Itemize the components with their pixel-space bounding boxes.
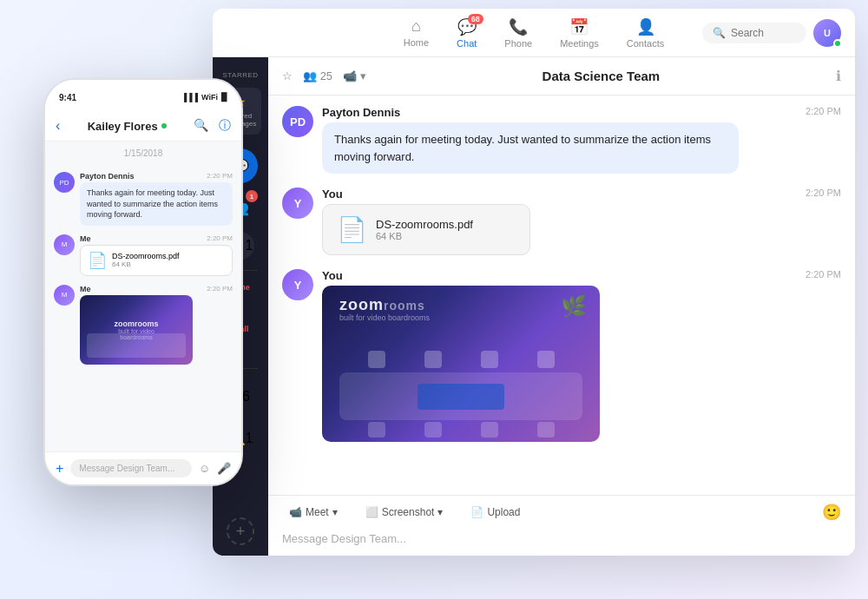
- message-1-time: 2:20 PM: [806, 106, 841, 119]
- phone-message-1: PD Payton Dennis 2:20 PM Thanks again fo…: [54, 172, 233, 226]
- video-icon[interactable]: 📹 ▾: [343, 69, 366, 82]
- phone-msg-2-content: Me 2:20 PM 📄 DS-zoomrooms.pdf 64 KB: [80, 234, 233, 276]
- nav-chat[interactable]: 💬 68 Chat: [457, 17, 477, 49]
- file-info: DS-zoomrooms.pdf 64 KB: [376, 218, 473, 241]
- message-1-sender: Payton Dennis: [322, 106, 400, 119]
- conference-table: [339, 372, 582, 420]
- phone-header: ‹ Kailey Flores 🔍 ⓘ: [45, 111, 241, 142]
- desktop-app-window: ⌂ Home 💬 68 Chat 📞 Phone 📅 Meetings 👤 Co…: [213, 9, 855, 556]
- message-row-2: Y You 2:20 PM 📄 DS-zoomrooms.pdf 64 KB: [282, 188, 841, 255]
- add-attachment-button[interactable]: +: [56, 461, 63, 477]
- sidebar-badge-6: 6: [242, 389, 250, 405]
- contacts-icon: 👤: [636, 17, 655, 36]
- meetings-icon: 📅: [569, 17, 589, 36]
- image-content: zoomrooms built for video boardrooms: [322, 286, 600, 442]
- nav-contacts[interactable]: 👤 Contacts: [627, 17, 664, 49]
- back-button[interactable]: ‹: [56, 118, 60, 134]
- battery-icon: ▉: [221, 93, 227, 102]
- plant-decoration: 🌿: [561, 294, 587, 319]
- file-name: DS-zoomrooms.pdf: [376, 218, 473, 231]
- phone-image-attachment[interactable]: zoomrooms built for video boardrooms: [80, 295, 193, 365]
- search-input[interactable]: [731, 27, 800, 39]
- phone-file-name: DS-zoomrooms.pdf: [112, 252, 180, 260]
- screenshot-button[interactable]: ⬜ Screenshot ▾: [358, 503, 450, 522]
- nav-meetings-label: Meetings: [560, 38, 599, 49]
- message-row-3: Y You 2:20 PM zoomrooms: [282, 269, 841, 442]
- star-channel-icon[interactable]: ☆: [282, 69, 293, 82]
- phone-pdf-icon: 📄: [88, 251, 107, 270]
- phone-msg-2-time: 2:20 PM: [207, 234, 233, 243]
- message-3-sender: You: [322, 269, 343, 282]
- phone-input-bar: + Message Design Team... ☺ 🎤: [45, 451, 241, 484]
- phone-msg-3-content: Me 2:20 PM zoomrooms built for video boa…: [80, 285, 233, 365]
- phone-emoji-icon[interactable]: ☺: [199, 462, 210, 475]
- wifi-icon: WiFi: [201, 93, 218, 102]
- you-avatar-1: Y: [282, 188, 313, 219]
- screenshot-chevron: ▾: [437, 506, 443, 518]
- chat-badge: 68: [468, 14, 483, 24]
- info-icon[interactable]: ℹ: [836, 68, 841, 84]
- main-area: STARRED ★ Starred Messages 💬 👥 1 📋 1 @me…: [213, 57, 855, 556]
- phone-message-2: M Me 2:20 PM 📄 DS-zoomrooms.pdf 64 KB: [54, 234, 233, 276]
- chairs-bottom: [348, 422, 574, 438]
- search-icon: 🔍: [713, 27, 726, 39]
- file-attachment[interactable]: 📄 DS-zoomrooms.pdf 64 KB: [322, 204, 530, 255]
- members-count: 👥 25: [303, 69, 332, 82]
- image-attachment[interactable]: zoomrooms built for video boardrooms: [322, 286, 600, 442]
- phone-msg-1-content: Payton Dennis 2:20 PM Thanks again for m…: [80, 172, 233, 226]
- phone-mic-icon[interactable]: 🎤: [217, 462, 231, 475]
- meet-button[interactable]: 📹 Meet ▾: [282, 503, 345, 522]
- phone-mini-table: [87, 333, 186, 358]
- chat-group-name: Data Science Team: [542, 69, 661, 83]
- phone-search-icon[interactable]: 🔍: [194, 118, 208, 134]
- emoji-button[interactable]: 🙂: [822, 503, 841, 522]
- avatar[interactable]: U: [813, 19, 841, 47]
- message-row-1: PD Payton Dennis 2:20 PM Thanks again fo…: [282, 106, 841, 174]
- phone-chat-title: Kailey Flores: [88, 120, 167, 133]
- signal-icon: ▐▐▐: [181, 93, 198, 102]
- toolbar-actions: 📹 Meet ▾ ⬜ Screenshot ▾ 📄 Upload 🙂: [282, 503, 841, 522]
- nav-phone[interactable]: 📞 Phone: [504, 17, 532, 49]
- nav-home-label: Home: [404, 37, 429, 48]
- mobile-phone: 9:41 ▐▐▐ WiFi ▉ ‹ Kailey Flores 🔍 ⓘ: [43, 78, 243, 486]
- phone-message-input[interactable]: Message Design Team...: [70, 459, 191, 477]
- phone-info-icon[interactable]: ⓘ: [219, 118, 231, 134]
- message-3-content: You 2:20 PM zoomrooms built for video bo…: [322, 269, 841, 442]
- message-1-meta: Payton Dennis 2:20 PM: [322, 106, 841, 119]
- phone-msg-2-sender: Me: [80, 234, 91, 243]
- phone-msg-1-sender: Payton Dennis: [80, 172, 135, 181]
- nav-meetings[interactable]: 📅 Meetings: [560, 17, 599, 49]
- sidebar-badge-2: 1: [246, 238, 253, 253]
- phone-msg-1-time: 2:20 PM: [207, 172, 233, 181]
- phone-messages-area: PD Payton Dennis 2:20 PM Thanks again fo…: [45, 165, 241, 451]
- search-box[interactable]: 🔍: [702, 23, 806, 43]
- message-1-content: Payton Dennis 2:20 PM Thanks again for m…: [322, 106, 841, 174]
- phone-payton-avatar: PD: [54, 172, 75, 193]
- meet-chevron: ▾: [332, 506, 338, 518]
- phone-icon: 📞: [509, 17, 528, 36]
- nav-home[interactable]: ⌂ Home: [404, 17, 429, 48]
- message-input[interactable]: Message Design Team...: [282, 529, 841, 549]
- meet-label: Meet: [306, 506, 329, 518]
- phone-status-icons: ▐▐▐ WiFi ▉: [181, 93, 227, 102]
- phone-zoom-logo: zoomrooms: [108, 319, 165, 328]
- chat-toolbar: 📹 Meet ▾ ⬜ Screenshot ▾ 📄 Upload 🙂: [268, 495, 855, 556]
- upload-button[interactable]: 📄 Upload: [464, 503, 527, 522]
- zoom-tagline: built for video boardrooms: [339, 313, 430, 322]
- phone-me-avatar-2: M: [54, 285, 75, 306]
- phone-msg-3-time: 2:20 PM: [207, 285, 233, 293]
- phone-date: 1/15/2018: [45, 142, 241, 165]
- upload-label: Upload: [487, 506, 520, 518]
- chat-header: ☆ 👥 25 📹 ▾ Data Science Team ℹ: [268, 57, 855, 95]
- phone-file-attachment[interactable]: 📄 DS-zoomrooms.pdf 64 KB: [80, 245, 233, 276]
- top-navigation: ⌂ Home 💬 68 Chat 📞 Phone 📅 Meetings 👤 Co…: [213, 9, 855, 57]
- sidebar-badge-7: 1: [246, 431, 253, 446]
- phone-status-bar: 9:41 ▐▐▐ WiFi ▉: [45, 80, 241, 111]
- phone-file-info: DS-zoomrooms.pdf 64 KB: [112, 252, 180, 268]
- nav-phone-label: Phone: [504, 38, 532, 49]
- add-channel-btn[interactable]: +: [227, 517, 254, 545]
- phone-input-icons: ☺ 🎤: [199, 462, 231, 475]
- chat-messages-area: PD Payton Dennis 2:20 PM Thanks again fo…: [268, 95, 855, 495]
- you-avatar-2: Y: [282, 269, 313, 300]
- zoom-logo-text: zoomrooms: [339, 296, 425, 314]
